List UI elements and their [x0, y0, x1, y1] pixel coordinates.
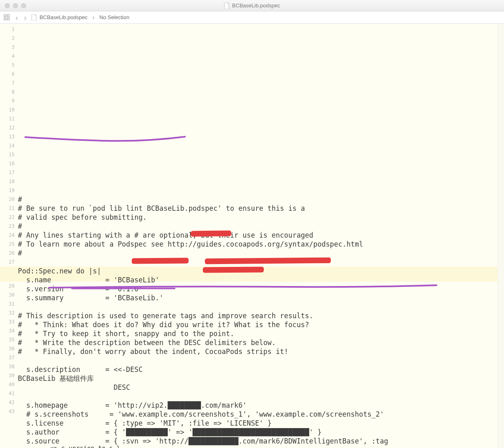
line-number: 34 — [0, 326, 15, 335]
related-items-button[interactable] — [3, 14, 11, 21]
line-number: 19 — [0, 186, 15, 195]
code-line[interactable] — [18, 392, 504, 401]
code-line[interactable]: # To learn more about a Podspec see http… — [18, 240, 504, 249]
line-number: 10 — [0, 105, 15, 114]
code-editor[interactable]: 1234567891011121314151617181920212223242… — [0, 24, 504, 448]
window-title: BCBaseLib.podspec — [232, 2, 280, 9]
svg-rect-3 — [7, 18, 9, 20]
code-line[interactable]: # * Try to keep it short, snappy and to … — [18, 329, 504, 338]
svg-rect-1 — [7, 15, 9, 17]
traffic-lights — [0, 3, 26, 8]
jump-bar: ‹ › BCBaseLib.podspec › No Selection — [0, 11, 504, 24]
line-number: 9 — [0, 96, 15, 105]
line-number: 7 — [0, 79, 15, 87]
code-line[interactable]: s.summary = 'BCBaseLib.' — [18, 293, 504, 302]
code-line[interactable] — [18, 356, 504, 365]
minimize-window-button[interactable] — [13, 3, 18, 8]
code-line[interactable]: s.author = { '██████████' => '██████████… — [18, 428, 504, 437]
code-line[interactable]: # * Think: What does it do? Why did you … — [18, 320, 504, 329]
code-line[interactable]: # valid spec before submitting. — [18, 213, 504, 222]
code-line[interactable]: DESC — [18, 383, 504, 392]
file-icon — [224, 2, 230, 9]
breadcrumb-selection[interactable]: No Selection — [99, 14, 129, 20]
code-line[interactable]: # * Write the description between the DE… — [18, 338, 504, 347]
line-number: 23 — [0, 222, 15, 231]
line-number: 15 — [0, 150, 15, 159]
nav-forward-button[interactable]: › — [23, 13, 28, 22]
code-line[interactable]: s.name = 'BCBaseLib' — [18, 275, 504, 284]
line-number: 12 — [0, 123, 15, 132]
code-line[interactable]: # This description is used to generate t… — [18, 311, 504, 320]
code-line[interactable]: # Be sure to run `pod lib lint BCBaseLib… — [18, 204, 504, 213]
line-number: 18 — [0, 177, 15, 186]
line-number: 5 — [0, 61, 15, 70]
line-number: 42 — [0, 398, 15, 407]
line-number: 39 — [0, 371, 15, 380]
line-number: 32 — [0, 308, 15, 317]
code-line[interactable] — [18, 302, 504, 311]
annotation-underline-version — [24, 117, 187, 163]
line-number: 17 — [0, 168, 15, 177]
svg-rect-2 — [4, 18, 6, 20]
line-number: 43 — [0, 407, 15, 416]
line-number: 37 — [0, 353, 15, 362]
line-number: 36 — [0, 344, 15, 353]
line-number: 38 — [0, 362, 15, 371]
code-area[interactable]: ## Be sure to run `pod lib lint BCBaseLi… — [18, 24, 504, 448]
line-number: 40 — [0, 380, 15, 389]
code-line[interactable] — [18, 258, 504, 267]
code-line[interactable]: s.homepage = 'http://vip2.████████.com/m… — [18, 401, 504, 410]
breadcrumb-file-label: BCBaseLib.podspec — [39, 14, 87, 20]
code-line[interactable]: s.version = '0.1.0' — [18, 284, 504, 293]
line-number: 26 — [0, 249, 15, 258]
line-number: 24 — [0, 231, 15, 240]
line-number: 3 — [0, 43, 15, 52]
chevron-right-icon: › — [91, 14, 95, 21]
code-line[interactable]: s.license = { :type => 'MIT', :file => '… — [18, 419, 504, 428]
line-number: 16 — [0, 159, 15, 168]
line-number: 1 — [0, 25, 15, 34]
code-line[interactable]: BCBaseLib 基础组件库 — [18, 374, 504, 383]
code-line-wrap[interactable]: => s.version.to_s } — [18, 446, 504, 448]
line-number: 35 — [0, 335, 15, 344]
zoom-window-button[interactable] — [21, 3, 26, 8]
line-number-gutter: 1234567891011121314151617181920212223242… — [0, 24, 18, 448]
line-number: 41 — [0, 389, 15, 398]
line-number: 13 — [0, 132, 15, 141]
line-number: 30 — [0, 291, 15, 299]
code-line[interactable]: Pod::Spec.new do |s| — [18, 267, 504, 275]
line-number: 6 — [0, 70, 15, 79]
code-line[interactable]: # — [18, 249, 504, 258]
nav-back-button[interactable]: ‹ — [15, 13, 19, 22]
svg-rect-0 — [4, 15, 6, 17]
line-number: 33 — [0, 317, 15, 326]
line-number: 11 — [0, 114, 15, 123]
code-line[interactable]: s.description = <<-DESC — [18, 365, 504, 374]
window-titlebar: BCBaseLib.podspec — [0, 0, 504, 11]
line-number: 14 — [0, 141, 15, 150]
code-line[interactable]: # — [18, 222, 504, 231]
line-number: 21 — [0, 204, 15, 213]
code-line[interactable]: # s.screenshots = 'www.example.com/scree… — [18, 410, 504, 419]
line-number: 29 — [0, 282, 15, 291]
close-window-button[interactable] — [5, 3, 10, 8]
code-line[interactable]: s.source = { :svn => 'http://███████████… — [18, 437, 504, 446]
line-number: 4 — [0, 52, 15, 61]
code-line[interactable]: # * Finally, don't worry about the inden… — [18, 347, 504, 356]
line-number: 20 — [0, 195, 15, 204]
line-number: 22 — [0, 213, 15, 222]
line-number: 2 — [0, 34, 15, 43]
line-number: 8 — [0, 87, 15, 96]
line-number: 27 — [0, 258, 15, 267]
code-line[interactable]: # Any lines starting with a # are option… — [18, 231, 504, 240]
code-line[interactable]: # — [18, 195, 504, 204]
line-number: 31 — [0, 299, 15, 308]
file-icon — [31, 14, 37, 21]
line-number: 25 — [0, 240, 15, 249]
breadcrumb-file[interactable]: BCBaseLib.podspec — [31, 14, 87, 21]
